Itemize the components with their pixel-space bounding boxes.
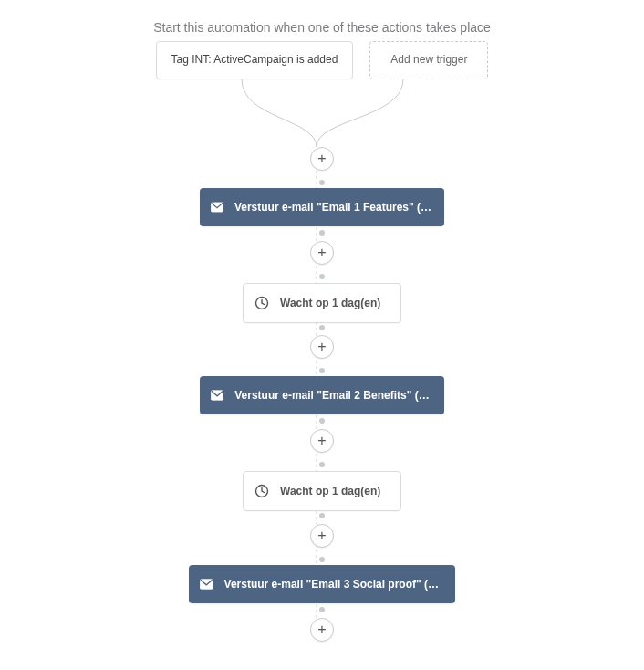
mail-icon bbox=[200, 578, 213, 591]
plus-icon: + bbox=[317, 340, 326, 354]
clock-icon bbox=[254, 296, 269, 310]
email-node-3-label: Verstuur e-mail "Email 3 Social proof" (… bbox=[224, 578, 444, 591]
email-node-2[interactable]: Verstuur e-mail "Email 2 Benefits" (view… bbox=[200, 376, 444, 414]
add-step-button-4[interactable]: + bbox=[310, 429, 334, 453]
connector-dot bbox=[319, 557, 325, 562]
clock-icon bbox=[254, 484, 269, 498]
connector-dot bbox=[319, 607, 325, 612]
plus-icon: + bbox=[317, 529, 326, 543]
connector-dot bbox=[319, 274, 325, 279]
plus-icon: + bbox=[317, 246, 326, 260]
wait-node-1[interactable]: Wacht op 1 dag(en) bbox=[243, 283, 401, 323]
mail-icon bbox=[211, 389, 223, 402]
trigger-add-label: Add new trigger bbox=[390, 53, 467, 66]
mail-icon bbox=[211, 201, 223, 214]
plus-icon: + bbox=[317, 152, 326, 166]
wait-node-2[interactable]: Wacht op 1 dag(en) bbox=[243, 471, 401, 511]
email-node-1-label: Verstuur e-mail "Email 1 Features" (In b… bbox=[234, 201, 433, 214]
email-node-3[interactable]: Verstuur e-mail "Email 3 Social proof" (… bbox=[189, 565, 455, 603]
connector-dot bbox=[319, 513, 325, 518]
wait-node-2-label: Wacht op 1 dag(en) bbox=[280, 485, 380, 497]
connector-dot bbox=[319, 368, 325, 373]
connector-dot bbox=[319, 325, 325, 330]
add-step-button-2[interactable]: + bbox=[310, 241, 334, 265]
trigger-existing-label: Tag INT: ActiveCampaign is added bbox=[171, 53, 338, 66]
trigger-existing[interactable]: Tag INT: ActiveCampaign is added bbox=[156, 41, 354, 79]
email-node-2-label: Verstuur e-mail "Email 2 Benefits" (view… bbox=[234, 389, 433, 402]
canvas-title: Start this automation when one of these … bbox=[0, 20, 644, 35]
trigger-row: Tag INT: ActiveCampaign is added Add new… bbox=[0, 41, 644, 79]
connector-dot bbox=[319, 418, 325, 424]
email-node-1[interactable]: Verstuur e-mail "Email 1 Features" (In b… bbox=[200, 188, 444, 226]
wait-node-1-label: Wacht op 1 dag(en) bbox=[280, 297, 380, 309]
plus-icon: + bbox=[317, 623, 326, 637]
add-step-button-1[interactable]: + bbox=[310, 147, 334, 171]
add-step-button-5[interactable]: + bbox=[310, 524, 334, 548]
add-step-button-3[interactable]: + bbox=[310, 335, 334, 359]
add-step-button-6[interactable]: + bbox=[310, 618, 334, 642]
plus-icon: + bbox=[317, 434, 326, 448]
connector-dot bbox=[319, 462, 325, 467]
connector-dot bbox=[319, 180, 325, 185]
connector-dot bbox=[319, 230, 325, 236]
trigger-add-button[interactable]: Add new trigger bbox=[369, 41, 488, 79]
